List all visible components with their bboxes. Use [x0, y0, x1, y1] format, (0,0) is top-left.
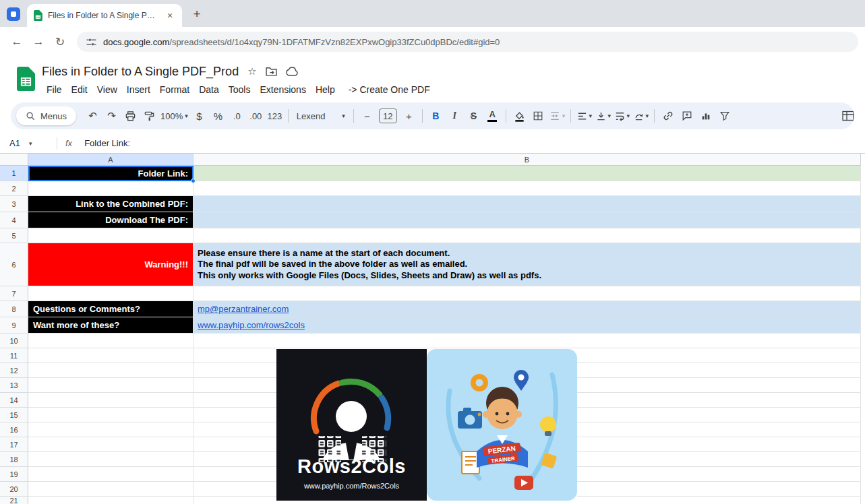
paint-format-button[interactable]: [140, 107, 158, 125]
redo-button[interactable]: ↷: [102, 107, 121, 125]
row-header-11[interactable]: 11: [0, 348, 28, 363]
increase-decimal-button[interactable]: .00: [247, 107, 265, 125]
menu-help[interactable]: Help: [311, 82, 340, 97]
cell-A9[interactable]: Want more of these?: [28, 317, 193, 334]
row-header-14[interactable]: 14: [0, 393, 28, 408]
cell-A12[interactable]: [28, 363, 193, 378]
menu-edit[interactable]: Edit: [67, 82, 92, 97]
insert-comment-button[interactable]: [678, 107, 696, 125]
text-color-button[interactable]: A: [483, 107, 502, 125]
cell-B7[interactable]: [193, 286, 861, 301]
forward-button[interactable]: →: [28, 32, 49, 52]
row-header-9[interactable]: 9: [0, 317, 28, 334]
url-text[interactable]: docs.google.com/spreadsheets/d/1o4xqy79N…: [103, 37, 500, 47]
text-wrap-button[interactable]: ▾: [613, 107, 631, 125]
row-header-2[interactable]: 2: [0, 181, 28, 196]
cell-A13[interactable]: [28, 378, 193, 393]
menu-view[interactable]: View: [92, 82, 122, 97]
site-settings-icon[interactable]: [86, 37, 96, 47]
payhip-link[interactable]: www.payhip.com/rows2cols: [193, 320, 305, 330]
browser-app-icon[interactable]: [7, 7, 20, 21]
menu-insert[interactable]: Insert: [122, 82, 155, 97]
cell-B1[interactable]: [193, 166, 861, 181]
italic-button[interactable]: I: [446, 107, 464, 125]
zoom-select[interactable]: 100% ▾: [159, 107, 189, 125]
menu-file[interactable]: File: [42, 82, 67, 97]
row-header-4[interactable]: 4: [0, 212, 28, 228]
cell-A14[interactable]: [28, 393, 193, 408]
format-percent-button[interactable]: %: [209, 107, 227, 125]
fill-handle[interactable]: [191, 179, 196, 183]
cell-A4[interactable]: Download The PDF:: [28, 212, 193, 228]
cell-A6[interactable]: Warning!!!: [28, 243, 193, 286]
borders-button[interactable]: [529, 107, 547, 125]
cell-B2[interactable]: [193, 181, 861, 196]
cell-A11[interactable]: [28, 348, 193, 363]
row-header-18[interactable]: 18: [0, 452, 28, 467]
cell-A20[interactable]: [28, 482, 193, 497]
menu-format[interactable]: Format: [155, 82, 194, 97]
cell-B10[interactable]: [193, 334, 861, 348]
column-header-A[interactable]: A: [28, 154, 193, 166]
undo-button[interactable]: ↶: [84, 107, 102, 125]
menu-extensions[interactable]: Extensions: [255, 82, 310, 97]
print-button[interactable]: [121, 107, 140, 125]
row-header-8[interactable]: 8: [0, 301, 28, 317]
select-all-corner[interactable]: [0, 154, 28, 166]
row-header-5[interactable]: 5: [0, 228, 28, 243]
cell-A16[interactable]: [28, 422, 193, 437]
document-title[interactable]: Files in Folder to A Single PDF_Prod: [42, 65, 239, 79]
decrease-font-size-button[interactable]: −: [358, 107, 376, 125]
bold-button[interactable]: B: [427, 107, 445, 125]
cell-A5[interactable]: [28, 228, 193, 243]
horizontal-align-button[interactable]: ▾: [575, 107, 593, 125]
row-header-15[interactable]: 15: [0, 408, 28, 422]
increase-font-size-button[interactable]: +: [400, 107, 418, 125]
cloud-status-icon[interactable]: [286, 67, 299, 76]
row-header-13[interactable]: 13: [0, 378, 28, 393]
cell-A1[interactable]: Folder Link:: [28, 166, 193, 181]
row-header-12[interactable]: 12: [0, 363, 28, 378]
address-bar[interactable]: docs.google.com/spreadsheets/d/1o4xqy79N…: [77, 32, 858, 52]
cell-B4[interactable]: [193, 212, 861, 228]
row-header-1[interactable]: 1: [0, 166, 28, 181]
row-header-3[interactable]: 3: [0, 196, 28, 212]
star-icon[interactable]: ☆: [247, 65, 256, 77]
cell-B6[interactable]: Please ensure there is a name at the sta…: [193, 243, 861, 286]
cell-B3[interactable]: [193, 196, 861, 212]
reload-button[interactable]: ↻: [50, 32, 70, 52]
row-header-20[interactable]: 20: [0, 482, 28, 497]
merge-cells-button[interactable]: ▾: [548, 107, 567, 125]
rows2cols-logo-image[interactable]: Rows2Cols www.payhip.com/Rows2Cols: [276, 349, 427, 501]
formula-input[interactable]: Folder Link:: [84, 138, 130, 148]
number-format-button[interactable]: 123: [266, 107, 284, 125]
cell-A10[interactable]: [28, 334, 193, 348]
insert-chart-button[interactable]: [696, 107, 715, 125]
format-currency-button[interactable]: $: [190, 107, 208, 125]
new-tab-button[interactable]: +: [187, 5, 206, 24]
cell-B5[interactable]: [193, 228, 861, 243]
cell-A21[interactable]: [28, 497, 193, 504]
row-header-21[interactable]: 21: [0, 497, 28, 504]
cell-A15[interactable]: [28, 408, 193, 422]
row-header-17[interactable]: 17: [0, 437, 28, 452]
sheets-logo[interactable]: [9, 57, 42, 101]
create-filter-button[interactable]: [715, 107, 734, 125]
cell-B9[interactable]: www.payhip.com/rows2cols: [193, 317, 861, 334]
row-header-10[interactable]: 10: [0, 334, 28, 348]
cell-A17[interactable]: [28, 437, 193, 452]
vertical-align-button[interactable]: ▾: [594, 107, 612, 125]
row-header-16[interactable]: 16: [0, 422, 28, 437]
sheet-views-button[interactable]: [839, 107, 854, 125]
cell-A19[interactable]: [28, 467, 193, 482]
back-button[interactable]: ←: [7, 32, 27, 52]
browser-tab[interactable]: Files in Folder to A Single PDF_ ×: [27, 4, 182, 27]
fill-color-button[interactable]: [510, 107, 529, 125]
strikethrough-button[interactable]: S: [465, 107, 483, 125]
cell-A18[interactable]: [28, 452, 193, 467]
cell-B8[interactable]: mp@perzantrainer.com: [193, 301, 861, 317]
menu-create-one-pdf[interactable]: -> Create One PDF: [344, 82, 435, 97]
row-header-19[interactable]: 19: [0, 467, 28, 482]
row-header-7[interactable]: 7: [0, 286, 28, 301]
tab-close-icon[interactable]: ×: [165, 10, 175, 21]
